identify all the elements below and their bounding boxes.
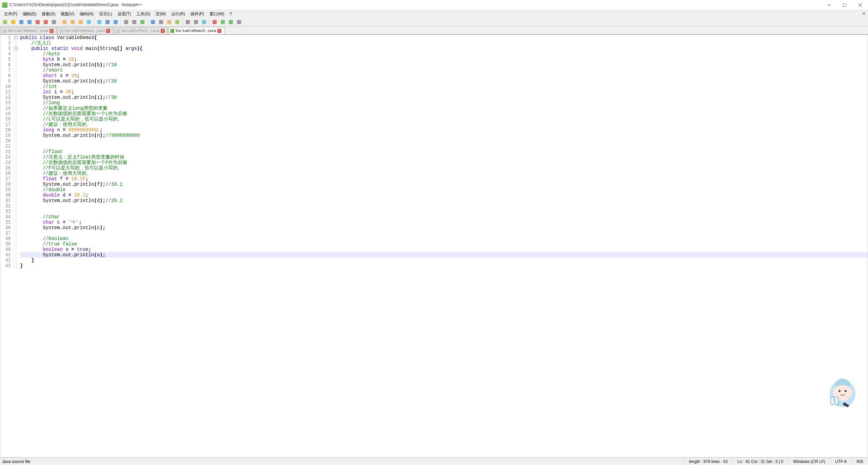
svg-rect-31 [237,20,241,24]
play-icon[interactable] [219,18,226,26]
svg-rect-23 [167,20,171,24]
menu-item-8[interactable]: 宏(M) [153,11,169,18]
wordwrap-icon[interactable] [149,18,157,26]
tab-3[interactable]: VariableDemo3.java✕ [169,27,224,34]
sync-icon[interactable] [139,18,146,26]
svg-rect-15 [97,20,101,24]
minimize-button[interactable] [821,0,837,10]
new-icon[interactable] [1,18,9,26]
tab-1[interactable]: VariableDemo2.java✕ [57,27,113,34]
copy-icon[interactable] [69,18,76,26]
function-icon[interactable] [200,18,208,26]
svg-rect-14 [87,20,91,24]
tab-close-icon[interactable]: ✕ [217,29,221,33]
menu-item-3[interactable]: 视图(V) [58,11,77,18]
svg-rect-4 [3,20,7,24]
tab-0[interactable]: VariableDemo1.java✕ [1,27,57,34]
svg-rect-25 [186,20,190,24]
tab-label: VariableDemo1.java [8,29,48,33]
file-icon [2,29,6,33]
menubar: 文件(F)编辑(E)搜索(S)视图(V)编码(N)语言(L)设置(T)工具(O)… [0,10,868,18]
menu-item-0[interactable]: 文件(F) [1,11,20,18]
close-button[interactable] [852,0,868,10]
menu-item-1[interactable]: 编辑(E) [20,11,39,18]
tab-label: VariableTest.java [121,29,159,33]
menu-item-2[interactable]: 搜索(S) [39,11,58,18]
menu-item-10[interactable]: 插件(P) [188,11,207,18]
svg-rect-22 [159,20,163,24]
svg-rect-9 [44,20,48,24]
folding-icon[interactable] [174,18,181,26]
window-title: C:\Users\Y423x\Desktop\java日志\code\Varia… [9,2,821,8]
saveall-icon[interactable] [26,18,33,26]
zoomin-icon[interactable] [122,18,130,26]
maximize-button[interactable] [837,0,852,10]
tab-close-icon[interactable]: ✕ [106,29,110,33]
showall-icon[interactable] [157,18,165,26]
svg-rect-13 [79,20,83,24]
svg-rect-19 [132,20,136,24]
svg-rect-6 [19,20,23,24]
svg-rect-27 [202,20,206,24]
svg-rect-26 [194,20,198,24]
find-icon[interactable] [104,18,111,26]
svg-rect-11 [62,20,66,24]
tab-label: VariableDemo2.java [64,29,105,33]
file-icon [170,29,174,33]
playall-icon[interactable] [227,18,235,26]
print-icon[interactable] [50,18,58,26]
tab-close-icon[interactable]: ✕ [161,29,165,33]
window-controls [821,0,868,10]
svg-rect-1 [843,3,846,7]
menu-item-6[interactable]: 设置(T) [115,11,134,18]
tabbar: VariableDemo1.java✕VariableDemo2.java✕Va… [0,26,868,35]
cut-icon[interactable] [61,18,68,26]
svg-rect-30 [229,20,233,24]
svg-rect-8 [36,20,40,24]
svg-rect-18 [124,20,128,24]
menu-item-9[interactable]: 运行(R) [169,11,188,18]
close-icon[interactable] [34,18,41,26]
zoomout-icon[interactable] [131,18,138,26]
titlebar: C:\Users\Y423x\Desktop\java日志\code\Varia… [0,0,868,10]
save-icon[interactable] [18,18,25,26]
svg-rect-20 [140,20,144,24]
tab-label: VariableDemo3.java [176,29,216,33]
tab-2[interactable]: VariableTest.java✕ [114,27,168,34]
svg-rect-16 [105,20,110,24]
toolbar [0,18,868,26]
open-icon[interactable] [9,18,17,26]
svg-rect-12 [71,20,75,24]
redo-icon[interactable] [96,18,103,26]
svg-rect-5 [11,20,15,24]
menu-item-11[interactable]: 窗口(W) [207,11,227,18]
tab-close-icon[interactable]: ✕ [50,29,54,33]
paste-icon[interactable] [77,18,84,26]
file-icon [116,29,120,33]
indent-icon[interactable] [165,18,173,26]
svg-rect-7 [27,20,32,24]
svg-rect-10 [52,20,56,24]
svg-rect-29 [221,20,225,24]
menu-item-5[interactable]: 语言(L) [96,11,115,18]
record-icon[interactable] [211,18,218,26]
menu-item-4[interactable]: 编码(N) [77,11,96,18]
menu-item-12[interactable]: ? [227,11,235,17]
file-icon [59,29,63,33]
comment-icon[interactable] [184,18,192,26]
stop-icon[interactable] [235,18,243,26]
svg-rect-28 [213,20,217,24]
menu-item-7[interactable]: 工具(O) [134,11,153,18]
svg-rect-24 [175,20,179,24]
closeall-icon[interactable] [42,18,50,26]
svg-rect-21 [151,20,155,24]
uncomment-icon[interactable] [192,18,200,26]
replace-icon[interactable] [112,18,119,26]
menubar-close-icon[interactable]: ✕ [862,11,866,16]
undo-icon[interactable] [85,18,93,26]
app-icon [2,2,7,8]
svg-rect-17 [114,20,118,24]
